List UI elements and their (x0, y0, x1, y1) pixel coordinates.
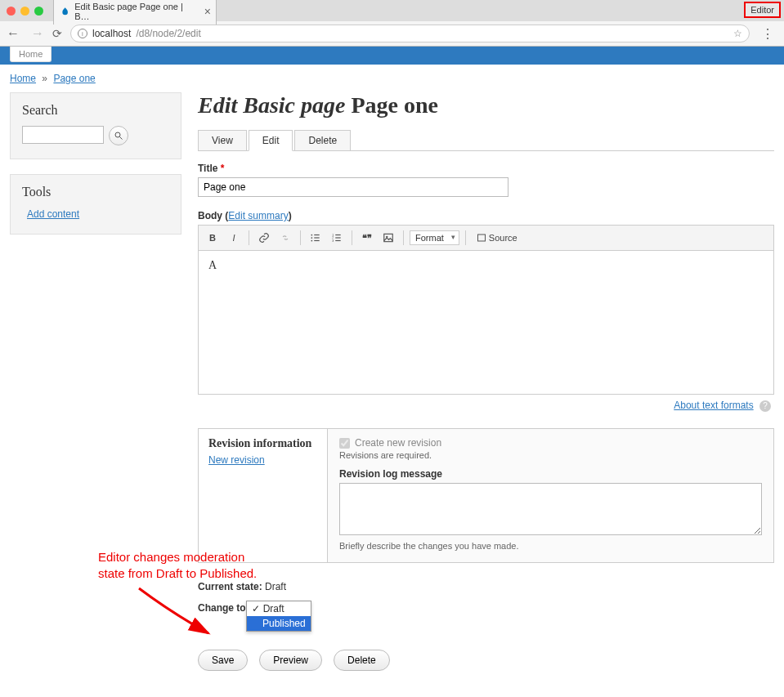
italic-icon[interactable]: I (225, 229, 243, 247)
search-input[interactable] (22, 126, 104, 144)
site-info-icon[interactable]: i (78, 29, 87, 38)
image-icon[interactable] (379, 229, 397, 247)
blockquote-icon[interactable]: ❝❞ (358, 229, 376, 247)
revision-log-textarea[interactable] (339, 483, 762, 535)
editor-body[interactable]: A (199, 251, 773, 394)
breadcrumb-page[interactable]: Page one (53, 73, 95, 84)
current-state-row: Current state: Draft (198, 581, 774, 592)
svg-point-0 (115, 132, 120, 137)
wysiwyg-editor: B I 123 ❝❞ (198, 225, 774, 395)
breadcrumb-sep: » (38, 73, 51, 84)
svg-point-4 (311, 240, 312, 242)
bookmark-star-icon[interactable]: ☆ (733, 28, 742, 39)
revision-log-desc: Briefly describe the changes you have ma… (339, 541, 762, 551)
title-label: Title * (198, 163, 774, 174)
add-content-link[interactable]: Add content (22, 208, 79, 220)
link-icon[interactable] (255, 229, 273, 247)
editor-toolbar: B I 123 ❝❞ (199, 226, 773, 251)
revisions-required-text: Revisions are required. (339, 450, 762, 460)
tools-heading: Tools (22, 185, 169, 199)
bulleted-list-icon[interactable] (307, 229, 325, 247)
bold-icon[interactable]: B (204, 229, 222, 247)
svg-text:3: 3 (332, 239, 334, 243)
numbered-list-icon[interactable]: 123 (328, 229, 346, 247)
forward-icon: → (31, 26, 44, 41)
toolbar-home-tab[interactable]: Home (10, 47, 52, 62)
tab-title: Edit Basic page Page one | B… (74, 2, 193, 21)
title-field[interactable] (198, 177, 508, 197)
preview-button[interactable]: Preview (259, 650, 322, 671)
new-revision-link[interactable]: New revision (208, 454, 265, 466)
revision-heading: Revision information (208, 437, 317, 450)
option-draft[interactable]: ✓Draft (247, 601, 311, 616)
local-tasks: View Edit Delete (198, 130, 774, 151)
body-label: Body (Edit summary) (198, 210, 774, 221)
breadcrumb-home[interactable]: Home (10, 73, 36, 84)
about-text-formats-link[interactable]: About text formats (674, 400, 753, 411)
tools-block: Tools Add content (10, 174, 181, 235)
page-title: Edit Basic page Page one (198, 92, 774, 118)
create-revision-input (339, 438, 350, 449)
save-button[interactable]: Save (198, 650, 248, 671)
change-to-row: Change to ✓Draft Published (198, 601, 774, 632)
tab-close-icon[interactable]: × (204, 5, 211, 18)
revision-log-label: Revision log message (339, 468, 762, 480)
revision-panel: Revision information New revision Create… (198, 428, 774, 563)
search-block: Search (10, 92, 181, 159)
maximize-window-icon[interactable] (34, 7, 43, 16)
browser-chrome: Edit Basic page Page one | B… × Editor ←… (0, 0, 784, 47)
svg-point-2 (311, 235, 312, 236)
tab-edit[interactable]: Edit (249, 130, 293, 151)
moderation-state-select[interactable]: ✓Draft Published (246, 601, 311, 632)
form-actions: Save Preview Delete (198, 650, 774, 671)
option-published[interactable]: Published (247, 616, 311, 631)
search-button[interactable] (109, 126, 128, 145)
unlink-icon[interactable] (276, 229, 294, 247)
edit-summary-link[interactable]: Edit summary (228, 210, 288, 221)
text-formats-link-row: About text formats ? (198, 395, 774, 428)
browser-tab[interactable]: Edit Basic page Page one | B… × (53, 0, 217, 25)
close-window-icon[interactable] (7, 7, 16, 16)
breadcrumb: Home » Page one (0, 65, 784, 92)
search-heading: Search (22, 103, 169, 118)
site-toolbar: Home (0, 47, 784, 65)
svg-line-1 (120, 137, 123, 140)
url-host: localhost (92, 28, 131, 39)
svg-rect-16 (477, 235, 485, 241)
address-bar[interactable]: i localhost/d8/node/2/edit ☆ (70, 25, 750, 42)
create-revision-checkbox: Create new revision (339, 437, 762, 449)
source-button[interactable]: Source (472, 229, 522, 247)
back-icon[interactable]: ← (7, 26, 20, 41)
tab-delete[interactable]: Delete (294, 130, 351, 151)
editor-badge: Editor (744, 2, 781, 18)
help-icon[interactable]: ? (759, 400, 771, 412)
drupal-icon (60, 7, 69, 16)
reload-icon[interactable]: ⟳ (52, 27, 62, 40)
minimize-window-icon[interactable] (20, 7, 29, 16)
tab-view[interactable]: View (198, 130, 247, 151)
search-icon (114, 131, 123, 141)
traffic-lights (7, 7, 53, 16)
source-icon (477, 233, 486, 243)
svg-point-3 (311, 237, 312, 239)
url-path: /d8/node/2/edit (136, 28, 200, 39)
delete-button[interactable]: Delete (334, 650, 390, 671)
browser-menu-icon[interactable]: ⋮ (758, 26, 777, 42)
svg-rect-14 (384, 234, 393, 241)
format-select[interactable]: Format (410, 230, 459, 245)
